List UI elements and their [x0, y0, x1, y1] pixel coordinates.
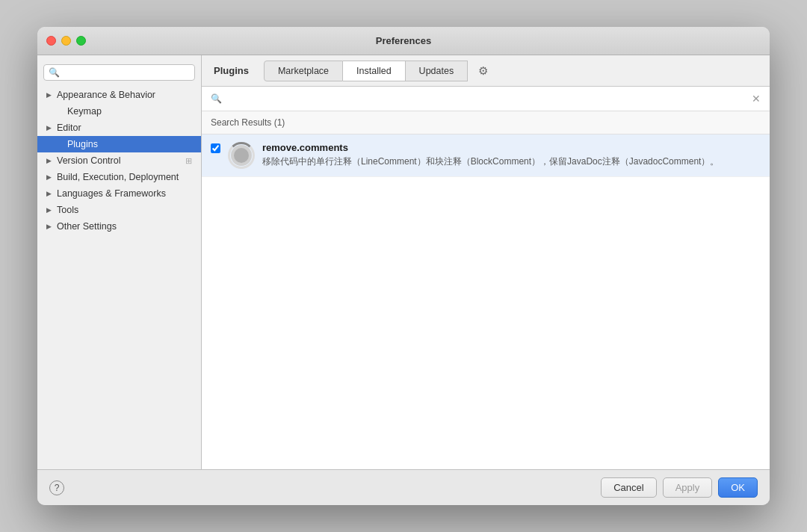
sidebar-item-label: Tools — [57, 205, 192, 215]
preferences-window: Preferences 🔍 ▶Appearance & Behavior Key… — [37, 27, 770, 505]
window-body: 🔍 ▶Appearance & Behavior Keymap▶Editor P… — [37, 55, 770, 469]
sidebar-item-label: Keymap — [67, 106, 192, 117]
footer-actions: Cancel Apply OK — [601, 477, 758, 498]
sidebar-item-plugins[interactable]: Plugins — [37, 136, 201, 152]
minimize-button[interactable] — [61, 36, 71, 46]
traffic-lights — [46, 36, 86, 46]
sidebar-search-input[interactable] — [63, 67, 190, 78]
sidebar-item-label: Appearance & Behavior — [57, 90, 192, 100]
help-label: ? — [55, 483, 60, 493]
tab-marketplace[interactable]: Marketplace — [264, 61, 343, 81]
vcs-icon: ⊞ — [185, 156, 192, 166]
search-clear-icon[interactable]: ✕ — [752, 93, 761, 105]
plugin-checkbox[interactable] — [211, 143, 220, 153]
plugin-search-icon: 🔍 — [211, 93, 222, 104]
main-header: Plugins Marketplace Installed Updates ⚙ — [202, 55, 770, 87]
arrow-placeholder — [57, 140, 64, 148]
sidebar-item-editor[interactable]: ▶Editor — [37, 120, 201, 136]
plugin-name: remove.comments — [262, 142, 761, 153]
sidebar-item-label: Version Control — [57, 155, 185, 166]
main-header-title: Plugins — [214, 65, 249, 76]
plugin-search-input[interactable]: remov — [225, 93, 749, 105]
search-results-label: Search Results (1) — [202, 111, 770, 134]
arrow-icon: ▶ — [46, 124, 54, 132]
gear-icon[interactable]: ⚙ — [475, 61, 491, 81]
window-title: Preferences — [376, 35, 431, 46]
tab-group: Marketplace Installed Updates ⚙ — [264, 61, 758, 81]
plugins-list: remove.comments 移除代码中的单行注释（LineComment）和… — [202, 134, 770, 469]
close-button[interactable] — [46, 36, 56, 46]
plugin-description: 移除代码中的单行注释（LineComment）和块注释（BlockComment… — [262, 155, 761, 168]
footer: ? Cancel Apply OK — [37, 469, 770, 505]
sidebar-item-other-settings[interactable]: ▶Other Settings — [37, 218, 201, 235]
main-content: Plugins Marketplace Installed Updates ⚙ … — [202, 55, 770, 469]
ok-button[interactable]: OK — [718, 477, 758, 498]
sidebar-item-appearance-behavior[interactable]: ▶Appearance & Behavior — [37, 87, 201, 103]
sidebar-item-languages-frameworks[interactable]: ▶Languages & Frameworks — [37, 185, 201, 202]
plugin-icon-spinner — [228, 142, 255, 169]
plugin-info: remove.comments 移除代码中的单行注释（LineComment）和… — [262, 142, 761, 168]
arrow-icon: ▶ — [46, 190, 54, 197]
cancel-button[interactable]: Cancel — [601, 477, 656, 498]
plugins-search-bar: 🔍 remov ✕ — [202, 87, 770, 111]
sidebar-item-keymap[interactable]: Keymap — [37, 103, 201, 120]
sidebar: 🔍 ▶Appearance & Behavior Keymap▶Editor P… — [37, 55, 202, 469]
arrow-icon: ▶ — [46, 206, 54, 214]
sidebar-item-label: Editor — [57, 123, 192, 133]
arrow-icon: ▶ — [46, 157, 54, 164]
sidebar-items-list: ▶Appearance & Behavior Keymap▶Editor Plu… — [37, 87, 201, 235]
help-button[interactable]: ? — [49, 480, 64, 495]
sidebar-search-icon: 🔍 — [49, 67, 60, 78]
sidebar-search-container[interactable]: 🔍 — [43, 64, 195, 81]
tab-updates[interactable]: Updates — [406, 61, 469, 81]
titlebar: Preferences — [37, 27, 770, 55]
sidebar-item-tools[interactable]: ▶Tools — [37, 202, 201, 218]
maximize-button[interactable] — [76, 36, 86, 46]
tab-installed[interactable]: Installed — [343, 61, 406, 81]
spinner-inner — [234, 148, 249, 163]
arrow-icon: ▶ — [46, 91, 54, 99]
apply-button[interactable]: Apply — [663, 477, 713, 498]
arrow-icon: ▶ — [46, 173, 54, 181]
sidebar-item-label: Languages & Frameworks — [57, 188, 192, 199]
sidebar-item-build-execution-deployment[interactable]: ▶Build, Execution, Deployment — [37, 169, 201, 185]
sidebar-item-label: Build, Execution, Deployment — [57, 172, 192, 182]
sidebar-item-label: Plugins — [67, 139, 192, 149]
arrow-icon: ▶ — [46, 223, 54, 230]
arrow-placeholder — [57, 108, 64, 115]
sidebar-item-version-control[interactable]: ▶Version Control⊞ — [37, 152, 201, 169]
sidebar-item-label: Other Settings — [57, 221, 192, 232]
plugin-list-item[interactable]: remove.comments 移除代码中的单行注释（LineComment）和… — [202, 134, 770, 177]
